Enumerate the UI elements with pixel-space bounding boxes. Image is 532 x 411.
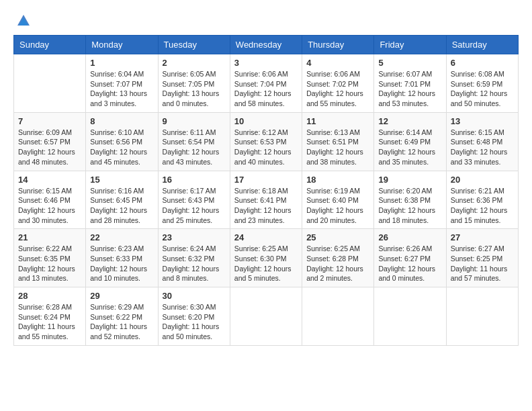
day-number: 7 [18, 116, 81, 126]
day-info: Sunrise: 6:12 AM Sunset: 6:53 PM Dayligh… [234, 128, 298, 167]
calendar-cell: 27Sunrise: 6:27 AM Sunset: 6:25 PM Dayli… [446, 229, 518, 287]
day-info: Sunrise: 6:23 AM Sunset: 6:33 PM Dayligh… [90, 244, 153, 283]
calendar-cell: 12Sunrise: 6:14 AM Sunset: 6:49 PM Dayli… [374, 112, 446, 171]
day-info: Sunrise: 6:11 AM Sunset: 6:54 PM Dayligh… [163, 128, 226, 167]
calendar-cell: 17Sunrise: 6:18 AM Sunset: 6:41 PM Dayli… [230, 171, 302, 229]
calendar-cell: 1Sunrise: 6:04 AM Sunset: 7:07 PM Daylig… [86, 54, 158, 113]
calendar-cell: 8Sunrise: 6:10 AM Sunset: 6:56 PM Daylig… [86, 112, 158, 171]
calendar-cell: 22Sunrise: 6:23 AM Sunset: 6:33 PM Dayli… [86, 229, 158, 287]
calendar-day-header: Saturday [446, 36, 518, 54]
calendar-cell: 29Sunrise: 6:29 AM Sunset: 6:22 PM Dayli… [86, 287, 158, 346]
calendar-week-row: 21Sunrise: 6:22 AM Sunset: 6:35 PM Dayli… [14, 229, 519, 287]
day-number: 5 [378, 58, 441, 68]
day-info: Sunrise: 6:05 AM Sunset: 7:05 PM Dayligh… [163, 69, 226, 109]
day-number: 3 [234, 58, 298, 68]
day-number: 26 [378, 232, 441, 242]
day-info: Sunrise: 6:16 AM Sunset: 6:45 PM Dayligh… [90, 186, 153, 226]
calendar-cell: 2Sunrise: 6:05 AM Sunset: 7:05 PM Daylig… [158, 54, 230, 113]
day-number: 18 [306, 175, 369, 185]
calendar-cell [302, 287, 374, 346]
calendar-cell: 16Sunrise: 6:17 AM Sunset: 6:43 PM Dayli… [158, 171, 230, 229]
calendar-cell: 5Sunrise: 6:07 AM Sunset: 7:01 PM Daylig… [374, 54, 446, 113]
day-number: 2 [163, 58, 226, 68]
calendar-cell: 3Sunrise: 6:06 AM Sunset: 7:04 PM Daylig… [230, 54, 302, 113]
day-info: Sunrise: 6:22 AM Sunset: 6:35 PM Dayligh… [18, 244, 81, 283]
day-number: 20 [451, 175, 514, 185]
day-info: Sunrise: 6:15 AM Sunset: 6:48 PM Dayligh… [451, 128, 514, 167]
day-number: 29 [90, 291, 153, 301]
day-info: Sunrise: 6:06 AM Sunset: 7:02 PM Dayligh… [306, 69, 369, 109]
day-info: Sunrise: 6:17 AM Sunset: 6:43 PM Dayligh… [163, 186, 226, 226]
calendar-cell [374, 287, 446, 346]
calendar-cell: 30Sunrise: 6:30 AM Sunset: 6:20 PM Dayli… [158, 287, 230, 346]
calendar-week-row: 7Sunrise: 6:09 AM Sunset: 6:57 PM Daylig… [14, 112, 519, 171]
day-number: 25 [306, 232, 369, 242]
calendar-day-header: Friday [374, 36, 446, 54]
calendar-cell: 23Sunrise: 6:24 AM Sunset: 6:32 PM Dayli… [158, 229, 230, 287]
calendar-cell: 13Sunrise: 6:15 AM Sunset: 6:48 PM Dayli… [446, 112, 518, 171]
calendar-cell: 26Sunrise: 6:26 AM Sunset: 6:27 PM Dayli… [374, 229, 446, 287]
calendar-cell: 15Sunrise: 6:16 AM Sunset: 6:45 PM Dayli… [86, 171, 158, 229]
calendar-cell: 9Sunrise: 6:11 AM Sunset: 6:54 PM Daylig… [158, 112, 230, 171]
day-info: Sunrise: 6:14 AM Sunset: 6:49 PM Dayligh… [378, 128, 441, 167]
day-info: Sunrise: 6:18 AM Sunset: 6:41 PM Dayligh… [234, 186, 298, 226]
calendar-week-row: 14Sunrise: 6:15 AM Sunset: 6:46 PM Dayli… [14, 171, 519, 229]
day-info: Sunrise: 6:24 AM Sunset: 6:32 PM Dayligh… [163, 244, 226, 283]
day-number: 28 [18, 291, 81, 301]
calendar-cell: 21Sunrise: 6:22 AM Sunset: 6:35 PM Dayli… [14, 229, 86, 287]
day-number: 14 [18, 175, 81, 185]
day-number: 16 [163, 175, 226, 185]
day-number: 15 [90, 175, 153, 185]
day-info: Sunrise: 6:10 AM Sunset: 6:56 PM Dayligh… [90, 128, 153, 167]
calendar-day-header: Monday [86, 36, 158, 54]
page-header [13, 13, 519, 28]
logo [13, 13, 31, 28]
day-info: Sunrise: 6:21 AM Sunset: 6:36 PM Dayligh… [451, 186, 514, 226]
day-info: Sunrise: 6:25 AM Sunset: 6:30 PM Dayligh… [234, 244, 298, 283]
calendar-cell: 24Sunrise: 6:25 AM Sunset: 6:30 PM Dayli… [230, 229, 302, 287]
calendar-cell: 14Sunrise: 6:15 AM Sunset: 6:46 PM Dayli… [14, 171, 86, 229]
calendar-cell: 6Sunrise: 6:08 AM Sunset: 6:59 PM Daylig… [446, 54, 518, 113]
calendar-cell: 19Sunrise: 6:20 AM Sunset: 6:38 PM Dayli… [374, 171, 446, 229]
day-number: 27 [451, 232, 514, 242]
calendar-cell: 11Sunrise: 6:13 AM Sunset: 6:51 PM Dayli… [302, 112, 374, 171]
day-info: Sunrise: 6:29 AM Sunset: 6:22 PM Dayligh… [90, 302, 153, 342]
logo-icon [16, 13, 31, 28]
day-number: 30 [163, 291, 226, 301]
day-info: Sunrise: 6:19 AM Sunset: 6:40 PM Dayligh… [306, 186, 369, 226]
day-number: 6 [451, 58, 514, 68]
day-number: 19 [378, 175, 441, 185]
day-info: Sunrise: 6:09 AM Sunset: 6:57 PM Dayligh… [18, 128, 81, 167]
day-info: Sunrise: 6:27 AM Sunset: 6:25 PM Dayligh… [451, 244, 514, 283]
day-number: 24 [234, 232, 298, 242]
day-number: 13 [451, 116, 514, 126]
calendar-cell: 25Sunrise: 6:25 AM Sunset: 6:28 PM Dayli… [302, 229, 374, 287]
day-info: Sunrise: 6:20 AM Sunset: 6:38 PM Dayligh… [378, 186, 441, 226]
calendar-table: SundayMondayTuesdayWednesdayThursdayFrid… [13, 35, 519, 346]
day-info: Sunrise: 6:08 AM Sunset: 6:59 PM Dayligh… [451, 69, 514, 109]
calendar-week-row: 1Sunrise: 6:04 AM Sunset: 7:07 PM Daylig… [14, 54, 519, 113]
day-number: 12 [378, 116, 441, 126]
day-number: 8 [90, 116, 153, 126]
day-number: 9 [163, 116, 226, 126]
calendar-cell: 7Sunrise: 6:09 AM Sunset: 6:57 PM Daylig… [14, 112, 86, 171]
calendar-cell [446, 287, 518, 346]
calendar-day-header: Thursday [302, 36, 374, 54]
day-number: 4 [306, 58, 369, 68]
calendar-cell: 10Sunrise: 6:12 AM Sunset: 6:53 PM Dayli… [230, 112, 302, 171]
day-number: 21 [18, 232, 81, 242]
day-number: 22 [90, 232, 153, 242]
calendar-day-header: Wednesday [230, 36, 302, 54]
calendar-week-row: 28Sunrise: 6:28 AM Sunset: 6:24 PM Dayli… [14, 287, 519, 346]
day-number: 11 [306, 116, 369, 126]
day-info: Sunrise: 6:07 AM Sunset: 7:01 PM Dayligh… [378, 69, 441, 109]
calendar-cell: 4Sunrise: 6:06 AM Sunset: 7:02 PM Daylig… [302, 54, 374, 113]
day-info: Sunrise: 6:04 AM Sunset: 7:07 PM Dayligh… [90, 69, 153, 109]
calendar-day-header: Tuesday [158, 36, 230, 54]
day-number: 17 [234, 175, 298, 185]
day-info: Sunrise: 6:25 AM Sunset: 6:28 PM Dayligh… [306, 244, 369, 283]
day-info: Sunrise: 6:15 AM Sunset: 6:46 PM Dayligh… [18, 186, 81, 226]
calendar-day-header: Sunday [14, 36, 86, 54]
calendar-header-row: SundayMondayTuesdayWednesdayThursdayFrid… [14, 36, 519, 54]
calendar-cell: 18Sunrise: 6:19 AM Sunset: 6:40 PM Dayli… [302, 171, 374, 229]
